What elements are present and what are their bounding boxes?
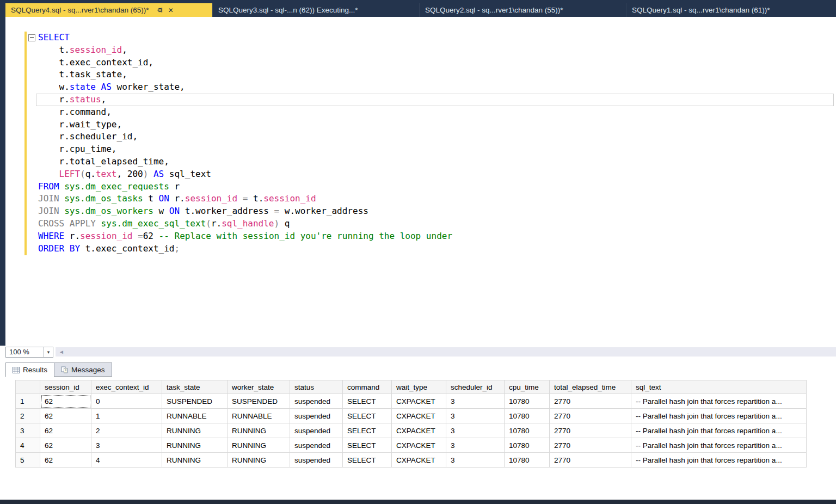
grid-column-header[interactable]: task_state — [162, 380, 228, 394]
grid-cell[interactable]: 10780 — [505, 453, 550, 468]
grid-cell[interactable]: SELECT — [343, 409, 392, 423]
document-tab[interactable]: SQLQuery3.sql - sql-...n (62)) Executing… — [212, 3, 419, 17]
grid-row-header[interactable]: 4 — [16, 438, 40, 453]
grid-cell[interactable]: CXPACKET — [392, 453, 446, 468]
document-tab[interactable]: SQLQuery1.sql - sq...rver1\chandan (61))… — [626, 3, 836, 17]
grid-cell[interactable]: 62 — [40, 453, 91, 468]
code-line: SELECT — [38, 32, 836, 44]
grid-cell[interactable]: suspended — [290, 409, 343, 423]
close-icon[interactable]: ✕ — [168, 7, 174, 14]
grid-cell[interactable]: suspended — [290, 453, 343, 468]
grid-cell[interactable]: suspended — [290, 423, 343, 438]
grid-cell[interactable]: CXPACKET — [392, 394, 446, 409]
grid-cell[interactable]: 3 — [446, 394, 505, 409]
grid-column-header[interactable]: status — [290, 380, 343, 394]
grid-column-header[interactable]: worker_state — [228, 380, 290, 394]
tab-label: SQLQuery4.sql - sq...rver1\chandan (65))… — [11, 6, 149, 14]
results-grid-icon — [13, 367, 20, 373]
grid-cell[interactable]: 3 — [446, 438, 505, 453]
grid-cell[interactable]: RUNNING — [162, 453, 228, 468]
grid-column-header[interactable]: wait_type — [392, 380, 446, 394]
code-line: t.session_id, — [38, 44, 836, 57]
grid-cell[interactable]: SELECT — [343, 453, 392, 468]
grid-cell[interactable]: suspended — [290, 394, 343, 409]
grid-row-header[interactable]: 2 — [16, 409, 40, 423]
grid-cell[interactable]: CXPACKET — [392, 423, 446, 438]
grid-cell[interactable]: 2 — [91, 423, 162, 438]
tab-results[interactable]: Results — [5, 362, 54, 377]
code-line: r.command, — [38, 106, 836, 119]
grid-cell[interactable]: 10780 — [505, 438, 550, 453]
grid-column-header[interactable]: exec_context_id — [91, 380, 162, 394]
code-line: t.exec_context_id, — [38, 57, 836, 69]
grid-column-header[interactable]: session_id — [40, 380, 91, 394]
grid-cell[interactable]: 1 — [91, 409, 162, 423]
zoom-control[interactable]: 100 % ▾ — [5, 347, 53, 358]
grid-cell[interactable]: -- Parallel hash join that forces repart… — [631, 409, 807, 423]
code-line: w.state AS worker_state, — [38, 81, 836, 94]
grid-cell[interactable]: RUNNING — [162, 438, 228, 453]
code-line: LEFT(q.text, 200) AS sql_text — [38, 168, 836, 181]
code-line: JOIN sys.dm_os_tasks t ON r.session_id =… — [38, 193, 836, 205]
grid-cell[interactable]: 2770 — [550, 409, 631, 423]
grid-cell[interactable]: -- Parallel hash join that forces repart… — [631, 394, 807, 409]
document-tab[interactable]: SQLQuery2.sql - sq...rver1\chandan (55))… — [419, 3, 626, 17]
grid-cell[interactable]: RUNNING — [228, 453, 290, 468]
grid-row-header[interactable]: 1 — [16, 394, 40, 409]
document-tab-active[interactable]: SQLQuery4.sql - sq...rver1\chandan (65))… — [5, 3, 212, 17]
grid-cell[interactable]: 2770 — [550, 438, 631, 453]
grid-column-header[interactable]: scheduler_id — [446, 380, 505, 394]
grid-cell[interactable]: RUNNING — [162, 423, 228, 438]
results-pane: Results Messages session_idexec_context_… — [0, 358, 836, 504]
grid-cell[interactable]: -- Parallel hash join that forces repart… — [631, 438, 807, 453]
grid-cell[interactable]: RUNNABLE — [228, 409, 290, 423]
grid-column-header[interactable]: sql_text — [631, 380, 807, 394]
horizontal-scrollbar[interactable]: ◄ — [56, 347, 836, 357]
grid-cell[interactable]: -- Parallel hash join that forces repart… — [631, 453, 807, 468]
grid-cell[interactable]: 2770 — [550, 423, 631, 438]
grid-cell[interactable]: 4 — [91, 453, 162, 468]
code-line: JOIN sys.dm_os_workers w ON t.worker_add… — [38, 205, 836, 218]
pin-icon[interactable] — [157, 7, 163, 13]
tab-label: SQLQuery2.sql - sq...rver1\chandan (55))… — [425, 6, 563, 14]
grid-cell[interactable]: CXPACKET — [392, 438, 446, 453]
grid-cell[interactable]: 0 — [91, 394, 162, 409]
grid-cell[interactable]: SELECT — [343, 438, 392, 453]
grid-cell[interactable]: RUNNING — [228, 438, 290, 453]
change-tracking-bar — [24, 32, 27, 255]
grid-row-header[interactable]: 5 — [16, 453, 40, 468]
grid-cell[interactable]: 10780 — [505, 394, 550, 409]
grid-cell[interactable]: 3 — [446, 409, 505, 423]
grid-cell[interactable]: 3 — [446, 423, 505, 438]
grid-cell[interactable]: 2770 — [550, 394, 631, 409]
grid-cell[interactable]: 3 — [91, 438, 162, 453]
grid-corner-cell[interactable] — [16, 380, 40, 394]
tab-messages[interactable]: Messages — [54, 362, 112, 377]
scroll-left-icon[interactable]: ◄ — [59, 349, 64, 355]
grid-cell[interactable]: 3 — [446, 453, 505, 468]
grid-cell[interactable]: suspended — [290, 438, 343, 453]
grid-cell[interactable]: 62 — [40, 394, 91, 409]
grid-column-header[interactable]: cpu_time — [505, 380, 550, 394]
grid-cell[interactable]: SUSPENDED — [228, 394, 290, 409]
grid-cell[interactable]: SUSPENDED — [162, 394, 228, 409]
grid-row-header[interactable]: 3 — [16, 423, 40, 438]
grid-cell[interactable]: 62 — [40, 409, 91, 423]
grid-cell[interactable]: CXPACKET — [392, 409, 446, 423]
grid-cell[interactable]: RUNNABLE — [162, 409, 228, 423]
collapse-toggle-icon[interactable] — [28, 34, 35, 41]
grid-cell[interactable]: SELECT — [343, 394, 392, 409]
grid-cell[interactable]: 10780 — [505, 423, 550, 438]
chevron-down-icon[interactable]: ▾ — [44, 347, 53, 357]
grid-cell[interactable]: 10780 — [505, 409, 550, 423]
grid-cell[interactable]: 2770 — [550, 453, 631, 468]
grid-column-header[interactable]: total_elapsed_time — [550, 380, 631, 394]
grid-cell[interactable]: -- Parallel hash join that forces repart… — [631, 423, 807, 438]
zoom-value: 100 % — [9, 348, 29, 356]
grid-cell[interactable]: 62 — [40, 423, 91, 438]
grid-column-header[interactable]: command — [343, 380, 392, 394]
grid-cell[interactable]: 62 — [40, 438, 91, 453]
grid-cell[interactable]: RUNNING — [228, 423, 290, 438]
grid-cell[interactable]: SELECT — [343, 423, 392, 438]
code-area[interactable]: SELECT t.session_id, t.exec_context_id, … — [38, 32, 836, 255]
